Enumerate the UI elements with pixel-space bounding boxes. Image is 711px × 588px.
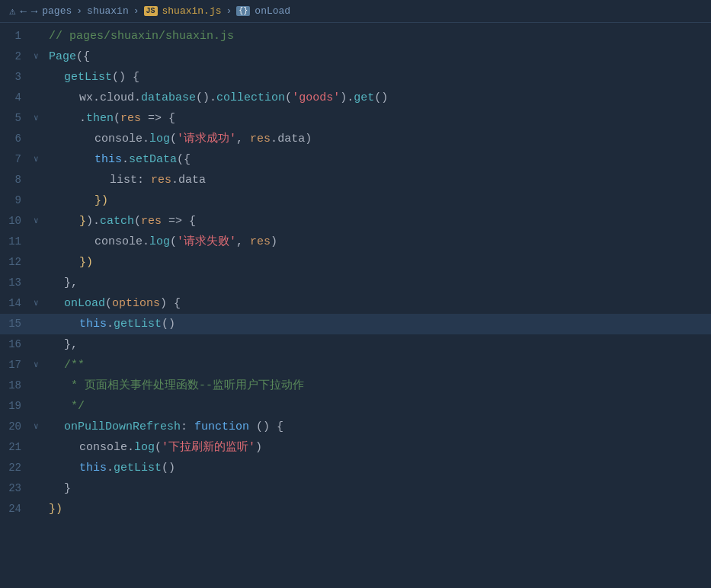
line-number-8: 8 (0, 170, 34, 190)
code-content-24: }) (46, 499, 711, 519)
code-line-20: 20 ∨ onPullDownRefresh: function () { (0, 417, 711, 437)
line-number-10: 10 (0, 211, 34, 232)
code-content-16: }, (46, 334, 711, 355)
fold-22 (34, 458, 46, 478)
nav-forward-button[interactable]: → (31, 5, 37, 18)
code-line-19: 19 */ (0, 396, 711, 417)
fold-19 (34, 396, 46, 417)
code-content-18: * 页面相关事件处理函数--监听用户下拉动作 (46, 375, 711, 396)
code-content-4: wx.cloud.database().collection('goods').… (46, 88, 711, 108)
code-content-21: console.log('下拉刷新的监听') (46, 437, 711, 458)
header-bar: ⚠ ← → pages › shuaxin › JS shuaxin.js › … (0, 0, 711, 23)
code-content-8: list: res.data (46, 170, 711, 190)
line-number-2: 2 (0, 46, 34, 67)
code-line-23: 23 } (0, 478, 711, 499)
fold-2[interactable]: ∨ (34, 46, 46, 67)
fold-21 (34, 437, 46, 458)
line-number-24: 24 (0, 499, 34, 519)
code-content-2: Page({ (46, 46, 711, 67)
fold-13 (34, 273, 46, 293)
code-line-13: 13 }, (0, 273, 711, 293)
code-line-11: 11 console.log('请求失败', res) (0, 232, 711, 252)
code-line-18: 18 * 页面相关事件处理函数--监听用户下拉动作 (0, 375, 711, 396)
fold-15 (34, 314, 46, 334)
code-line-8: 8 list: res.data (0, 170, 711, 190)
code-content-10: }).catch(res => { (46, 211, 711, 232)
breadcrumb-onload: onLoad (255, 5, 290, 17)
breadcrumb-pages: pages (42, 5, 72, 17)
code-line-4: 4 wx.cloud.database().collection('goods'… (0, 88, 711, 108)
fold-14[interactable]: ∨ (34, 293, 46, 314)
code-content-11: console.log('请求失败', res) (46, 232, 711, 252)
fold-1 (34, 26, 46, 46)
fold-5[interactable]: ∨ (34, 108, 46, 129)
code-content-7: this.setData({ (46, 149, 711, 170)
code-line-2: 2 ∨ Page({ (0, 46, 711, 67)
line-number-19: 19 (0, 396, 34, 417)
function-icon: {} (236, 6, 250, 16)
code-content-12: }) (46, 252, 711, 273)
code-content-13: }, (46, 273, 711, 293)
fold-11 (34, 232, 46, 252)
line-number-23: 23 (0, 478, 34, 499)
code-content-3: getList() { (46, 67, 711, 88)
line-number-6: 6 (0, 129, 34, 149)
fold-23 (34, 478, 46, 499)
line-number-9: 9 (0, 190, 34, 211)
line-number-20: 20 (0, 417, 34, 437)
line-number-18: 18 (0, 375, 34, 396)
code-content-17: /** (46, 355, 711, 375)
code-line-22: 22 this.getList() (0, 458, 711, 478)
code-line-17: 17 ∨ /** (0, 355, 711, 375)
code-line-16: 16 }, (0, 334, 711, 355)
line-number-14: 14 (0, 293, 34, 314)
line-number-11: 11 (0, 232, 34, 252)
code-content-5: .then(res => { (46, 108, 711, 129)
fold-7[interactable]: ∨ (34, 149, 46, 170)
code-line-21: 21 console.log('下拉刷新的监听') (0, 437, 711, 458)
code-content-22: this.getList() (46, 458, 711, 478)
code-content-20: onPullDownRefresh: function () { (46, 417, 711, 437)
line-number-1: 1 (0, 26, 34, 46)
fold-20[interactable]: ∨ (34, 417, 46, 437)
code-line-5: 5 ∨ .then(res => { (0, 108, 711, 129)
code-content-1: // pages/shuaxin/shuaxin.js (46, 26, 711, 46)
code-content-23: } (46, 478, 711, 499)
fold-18 (34, 375, 46, 396)
code-line-24: 24 }) (0, 499, 711, 519)
code-line-7: 7 ∨ this.setData({ (0, 149, 711, 170)
fold-16 (34, 334, 46, 355)
breadcrumb-shuaxin: shuaxin (87, 5, 129, 17)
nav-back-button[interactable]: ← (20, 5, 26, 18)
code-line-14: 14 ∨ onLoad(options) { (0, 293, 711, 314)
line-number-15: 15 (0, 314, 34, 334)
fold-4 (34, 88, 46, 108)
line-number-3: 3 (0, 67, 34, 88)
code-content-9: }) (46, 190, 711, 211)
line-number-13: 13 (0, 273, 34, 293)
code-line-1: 1 // pages/shuaxin/shuaxin.js (0, 26, 711, 46)
line-number-4: 4 (0, 88, 34, 108)
code-line-10: 10 ∨ }).catch(res => { (0, 211, 711, 232)
line-number-5: 5 (0, 108, 34, 129)
line-number-7: 7 (0, 149, 34, 170)
fold-8 (34, 170, 46, 190)
nav-warning-icon: ⚠ (9, 5, 15, 18)
code-line-9: 9 }) (0, 190, 711, 211)
fold-17[interactable]: ∨ (34, 355, 46, 375)
fold-9 (34, 190, 46, 211)
fold-6 (34, 129, 46, 149)
line-number-12: 12 (0, 252, 34, 273)
code-content-19: */ (46, 396, 711, 417)
code-line-15: 15 this.getList() (0, 314, 711, 334)
fold-10[interactable]: ∨ (34, 211, 46, 232)
code-line-3: 3 getList() { (0, 67, 711, 88)
code-content-6: console.log('请求成功', res.data) (46, 129, 711, 149)
line-number-22: 22 (0, 458, 34, 478)
js-file-icon: JS (144, 6, 158, 16)
code-line-12: 12 }) (0, 252, 711, 273)
fold-12 (34, 252, 46, 273)
line-number-16: 16 (0, 334, 34, 355)
line-number-17: 17 (0, 355, 34, 375)
code-line-6: 6 console.log('请求成功', res.data) (0, 129, 711, 149)
